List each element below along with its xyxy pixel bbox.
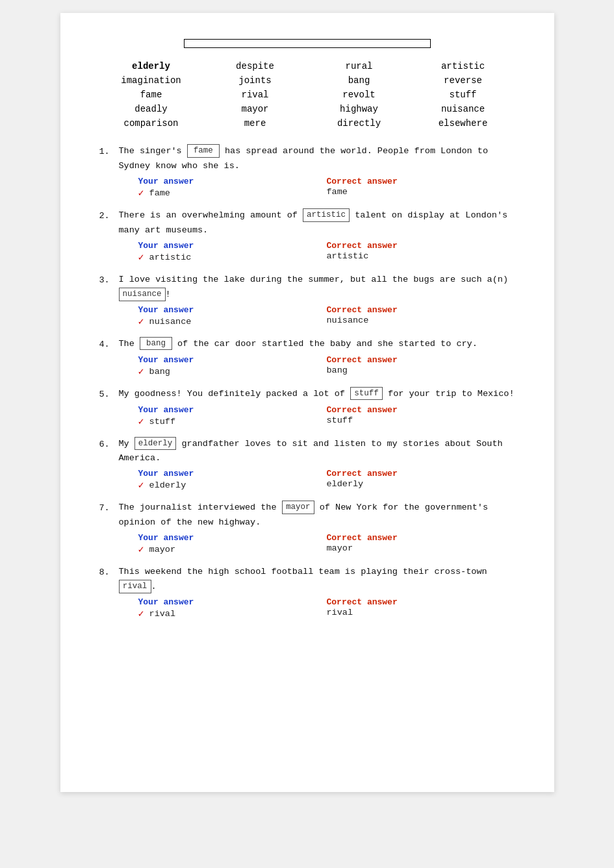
answer-row: Your answer✓bangCorrect answerbang	[138, 355, 515, 378]
question-block-4: 4.The bang of the car door startled the …	[99, 337, 515, 378]
vocab-grid: elderlydespiteruralartisticimaginationjo…	[99, 60, 515, 130]
your-answer-text: stuff	[149, 417, 176, 427]
vocab-word: rural	[307, 60, 411, 73]
answer-row: Your answer✓mayorCorrect answermayor	[138, 533, 515, 556]
your-answer-col: Your answer✓mayor	[138, 533, 327, 556]
correct-answer-col: Correct answerartistic	[327, 241, 515, 264]
correct-answer-text: elderly	[327, 479, 515, 489]
your-answer-label: Your answer	[138, 241, 327, 251]
your-answer-value: ✓elderly	[138, 479, 327, 491]
correct-answer-text: nuisance	[327, 316, 515, 325]
vocab-word: directly	[307, 117, 411, 130]
question-block-3: 3.I love visiting the lake during the su…	[99, 273, 515, 328]
correct-checkmark-icon: ✓	[138, 415, 144, 428]
correct-checkmark-icon: ✓	[138, 251, 144, 264]
answer-row: Your answer✓fameCorrect answerfame	[138, 177, 515, 199]
question-number: 1.	[99, 144, 115, 160]
vocab-word: despite	[203, 60, 307, 73]
vocab-word: mayor	[203, 103, 307, 116]
vocab-word: bang	[307, 74, 411, 87]
correct-checkmark-icon: ✓	[138, 187, 144, 199]
your-answer-col: Your answer✓stuff	[138, 405, 327, 428]
your-answer-text: bang	[149, 367, 170, 377]
your-answer-value: ✓bang	[138, 366, 327, 378]
page-title	[184, 39, 431, 48]
question-text: My elderly grandfather loves to sit and …	[119, 437, 515, 467]
vocab-word: comparison	[99, 117, 203, 130]
your-answer-label: Your answer	[138, 405, 327, 415]
fill-in-box: elderly	[134, 437, 177, 451]
fill-in-box: rival	[119, 580, 151, 593]
question-block-1: 1.The singer's fame has spread around th…	[99, 144, 515, 199]
correct-answer-text: stuff	[327, 415, 515, 425]
fill-in-box: artistic	[303, 208, 350, 222]
question-text: This weekend the high school football te…	[119, 565, 515, 595]
question-text: The singer's fame has spread around the …	[119, 144, 515, 174]
question-number: 7.	[99, 501, 115, 516]
correct-checkmark-icon: ✓	[138, 543, 144, 556]
your-answer-value: ✓nuisance	[138, 316, 327, 328]
vocab-word: reverse	[411, 74, 515, 87]
question-text: My goodness! You definitely packed a lot…	[119, 387, 515, 402]
question-block-7: 7.The journalist interviewed the mayor o…	[99, 501, 515, 556]
your-answer-col: Your answer✓elderly	[138, 469, 327, 491]
correct-answer-col: Correct answerrival	[327, 597, 515, 620]
fill-in-box: nuisance	[119, 288, 166, 301]
your-answer-value: ✓rival	[138, 608, 327, 620]
correct-answer-text: rival	[327, 608, 515, 617]
question-block-8: 8.This weekend the high school football …	[99, 565, 515, 620]
correct-answer-label: Correct answer	[327, 355, 515, 365]
correct-answer-label: Correct answer	[327, 177, 515, 186]
correct-checkmark-icon: ✓	[138, 366, 144, 378]
answer-row: Your answer✓stuffCorrect answerstuff	[138, 405, 515, 428]
answer-row: Your answer✓elderlyCorrect answerelderly	[138, 469, 515, 491]
your-answer-col: Your answer✓bang	[138, 355, 327, 378]
your-answer-text: rival	[149, 609, 176, 619]
correct-answer-label: Correct answer	[327, 469, 515, 478]
your-answer-value: ✓stuff	[138, 415, 327, 428]
question-number: 5.	[99, 387, 115, 403]
vocab-word: imagination	[99, 74, 203, 87]
fill-in-box: mayor	[282, 501, 314, 514]
answer-row: Your answer✓rivalCorrect answerrival	[138, 597, 515, 620]
correct-answer-col: Correct answermayor	[327, 533, 515, 556]
vocab-word: rival	[203, 88, 307, 101]
your-answer-value: ✓fame	[138, 187, 327, 199]
your-answer-label: Your answer	[138, 177, 327, 186]
question-text: The bang of the car door startled the ba…	[119, 337, 515, 352]
vocab-word: joints	[203, 74, 307, 87]
your-answer-value: ✓mayor	[138, 543, 327, 556]
correct-checkmark-icon: ✓	[138, 608, 144, 620]
vocab-word: fame	[99, 88, 203, 101]
vocab-word: stuff	[411, 88, 515, 101]
question-number: 8.	[99, 565, 115, 580]
vocab-word: revolt	[307, 88, 411, 101]
question-text: The journalist interviewed the mayor of …	[119, 501, 515, 530]
your-answer-text: fame	[149, 188, 170, 198]
correct-answer-label: Correct answer	[327, 533, 515, 543]
correct-answer-col: Correct answerfame	[327, 177, 515, 199]
your-answer-text: elderly	[149, 480, 186, 490]
answer-row: Your answer✓nuisanceCorrect answernuisan…	[138, 305, 515, 328]
vocab-word: elsewhere	[411, 117, 515, 130]
correct-checkmark-icon: ✓	[138, 479, 144, 491]
correct-answer-label: Correct answer	[327, 405, 515, 415]
question-number: 3.	[99, 273, 115, 288]
your-answer-text: nuisance	[149, 317, 192, 327]
correct-answer-text: bang	[327, 366, 515, 375]
answer-row: Your answer✓artisticCorrect answerartist…	[138, 241, 515, 264]
vocab-word: mere	[203, 117, 307, 130]
your-answer-value: ✓artistic	[138, 251, 327, 264]
fill-in-box: stuff	[350, 387, 383, 401]
question-text: I love visiting the lake during the summ…	[119, 273, 515, 303]
your-answer-text: artistic	[149, 253, 192, 262]
correct-answer-col: Correct answerelderly	[327, 469, 515, 491]
question-number: 6.	[99, 437, 115, 453]
your-answer-text: mayor	[149, 545, 176, 554]
your-answer-col: Your answer✓rival	[138, 597, 327, 620]
vocab-word: deadly	[99, 103, 203, 116]
your-answer-label: Your answer	[138, 597, 327, 607]
your-answer-col: Your answer✓nuisance	[138, 305, 327, 328]
vocab-word: highway	[307, 103, 411, 116]
question-number: 4.	[99, 337, 115, 353]
